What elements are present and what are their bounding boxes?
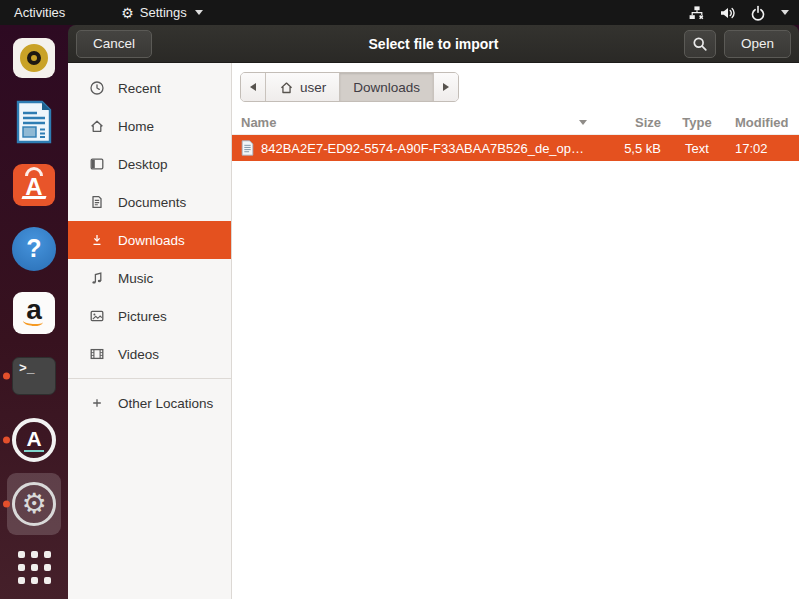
- dock-item-ubuntu-software[interactable]: A: [0, 153, 68, 217]
- dock-item-terminal[interactable]: >_: [0, 344, 68, 408]
- network-offline-icon: [688, 5, 706, 21]
- sidebar-item-label: Downloads: [118, 233, 185, 248]
- documents-icon: [89, 194, 105, 210]
- sidebar-item-label: Videos: [118, 347, 159, 362]
- path-home-label: user: [300, 80, 326, 95]
- sidebar-item-videos[interactable]: Videos: [68, 335, 231, 373]
- sidebar-item-home[interactable]: Home: [68, 107, 231, 145]
- downloads-icon: [89, 232, 105, 248]
- amazon-icon: a: [13, 292, 55, 334]
- sidebar-item-label: Desktop: [118, 157, 168, 172]
- sidebar-item-pictures[interactable]: Pictures: [68, 297, 231, 335]
- chevron-down-icon: [195, 10, 203, 15]
- libreoffice-writer-icon: [14, 100, 54, 144]
- file-area: user Downloads Name: [232, 63, 799, 599]
- dock-item-amazon[interactable]: a: [0, 281, 68, 345]
- path-current-label: Downloads: [353, 80, 420, 95]
- sidebar-item-label: Other Locations: [118, 396, 213, 411]
- sort-descending-icon: [579, 120, 587, 125]
- sidebar-separator: [68, 378, 231, 379]
- active-app-highlight: ⚙: [7, 473, 61, 535]
- recent-icon: [89, 80, 105, 96]
- file-row[interactable]: 842BA2E7-ED92-5574-A90F-F33ABAA7B526_de_…: [232, 135, 799, 161]
- running-indicator: [3, 373, 10, 380]
- sidebar-item-music[interactable]: Music: [68, 259, 231, 297]
- column-header-modified[interactable]: Modified: [725, 115, 799, 130]
- sidebar-item-documents[interactable]: Documents: [68, 183, 231, 221]
- desktop-icon: [89, 156, 105, 172]
- pathbar-forward-icon: [443, 83, 449, 91]
- dock-item-settings[interactable]: ⚙: [0, 472, 68, 536]
- app-menu-label: Settings: [140, 5, 187, 20]
- terminal-icon: >_: [12, 357, 56, 395]
- file-name: 842BA2E7-ED92-5574-A90F-F33ABAA7B526_de_…: [261, 141, 584, 156]
- pictures-icon: [89, 308, 105, 324]
- file-list-header: Name Size Type Modified: [232, 111, 799, 135]
- text-file-icon: [241, 140, 254, 156]
- path-back-button[interactable]: [241, 73, 265, 101]
- volume-icon: [719, 5, 737, 21]
- search-button[interactable]: [684, 30, 716, 58]
- places-sidebar: Recent Home Desktop: [68, 63, 232, 599]
- app-grid-icon: [18, 551, 51, 584]
- column-header-type[interactable]: Type: [669, 115, 725, 130]
- sidebar-item-label: Pictures: [118, 309, 167, 324]
- settings-icon: ⚙: [12, 482, 56, 526]
- sidebar-item-recent[interactable]: Recent: [68, 69, 231, 107]
- dialog-content: Recent Home Desktop: [68, 63, 799, 599]
- videos-icon: [89, 346, 105, 362]
- dock-item-help[interactable]: ?: [0, 217, 68, 281]
- dock-item-libreoffice-writer[interactable]: [0, 90, 68, 154]
- dock-item-software-updater[interactable]: A: [0, 408, 68, 472]
- open-button[interactable]: Open: [724, 30, 791, 58]
- running-indicator: [3, 436, 10, 443]
- file-chooser-dialog: Cancel Select file to import Open: [68, 25, 799, 599]
- sidebar-item-desktop[interactable]: Desktop: [68, 145, 231, 183]
- path-downloads-button[interactable]: Downloads: [339, 73, 433, 101]
- gear-icon: ⚙: [121, 6, 134, 20]
- path-forward-button[interactable]: [433, 73, 458, 101]
- activities-button[interactable]: Activities: [10, 5, 69, 20]
- home-icon: [279, 80, 294, 95]
- music-icon: [89, 270, 105, 286]
- sidebar-item-label: Documents: [118, 195, 186, 210]
- pathbar-back-icon: [250, 83, 256, 91]
- column-header-name[interactable]: Name: [232, 115, 597, 130]
- sidebar-item-label: Recent: [118, 81, 161, 96]
- sidebar-item-label: Music: [118, 271, 153, 286]
- dialog-headerbar: Cancel Select file to import Open: [68, 25, 799, 63]
- column-header-size[interactable]: Size: [597, 115, 669, 130]
- sidebar-item-downloads[interactable]: Downloads: [68, 221, 231, 259]
- file-modified: 17:02: [725, 141, 799, 156]
- file-size: 5,5 kB: [597, 141, 669, 156]
- system-status-menu[interactable]: [688, 5, 789, 21]
- chevron-down-icon: [781, 10, 789, 15]
- path-home-button[interactable]: user: [265, 73, 339, 101]
- dock: A ? a >_ A: [0, 25, 68, 599]
- search-icon: [692, 36, 708, 52]
- dock-item-rhythmbox[interactable]: [0, 26, 68, 90]
- sidebar-item-other-locations[interactable]: Other Locations: [68, 384, 231, 422]
- sidebar-item-label: Home: [118, 119, 154, 134]
- screen: Activities ⚙ Settings: [0, 0, 799, 599]
- running-indicator: [3, 500, 10, 507]
- dock-item-show-applications[interactable]: [0, 535, 68, 599]
- rhythmbox-icon: [13, 38, 55, 78]
- path-bar: user Downloads: [240, 72, 799, 102]
- home-icon: [89, 118, 105, 134]
- ubuntu-software-icon: A: [13, 164, 55, 206]
- file-type: Text: [669, 141, 725, 156]
- power-icon: [750, 5, 766, 21]
- cancel-button[interactable]: Cancel: [76, 30, 152, 58]
- plus-icon: [89, 395, 105, 411]
- top-bar: Activities ⚙ Settings: [0, 0, 799, 25]
- software-updater-icon: A: [12, 418, 56, 462]
- app-menu-settings[interactable]: ⚙ Settings: [121, 5, 203, 20]
- help-icon: ?: [12, 227, 56, 271]
